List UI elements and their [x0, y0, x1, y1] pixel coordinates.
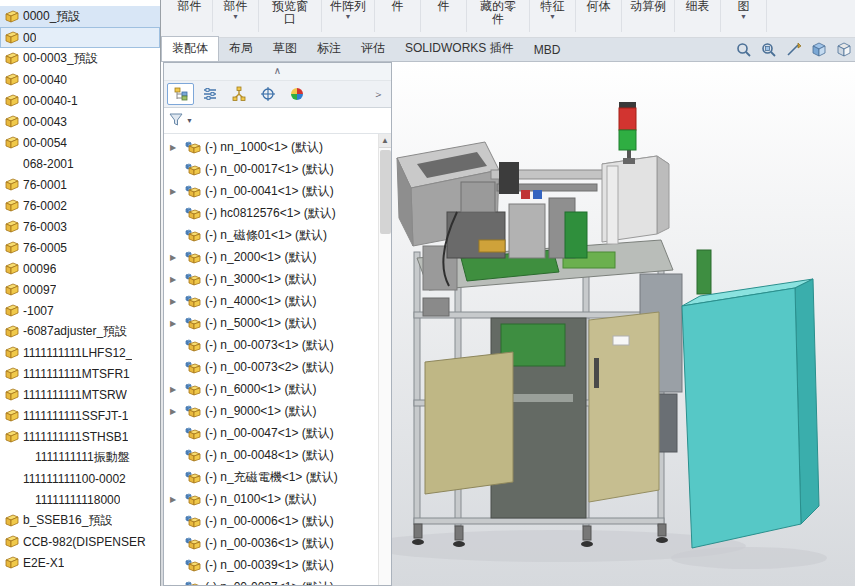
view-orientation-icon[interactable]	[810, 41, 828, 59]
component-tree-item[interactable]: ▶ (-) n_2000<1> (默认)	[164, 246, 391, 268]
tab-featuremanager-tree[interactable]	[167, 83, 194, 105]
component-tree-item[interactable]: ▶ (-) n_3000<1> (默认)	[164, 268, 391, 290]
expand-arrow-icon[interactable]: ▶	[170, 253, 180, 262]
component-tree-item[interactable]: ▶ (-) n_00-0041<1> (默认)	[164, 180, 391, 202]
component-tree-item[interactable]: ▶ (-) hc0812576<1> (默认)	[164, 202, 391, 224]
expand-arrow-icon[interactable]: ▶	[170, 275, 180, 284]
enclosure-box[interactable]	[682, 279, 819, 548]
panel-collapse-button[interactable]: ∧	[164, 63, 391, 81]
ribbon-button[interactable]: 图 ▼	[721, 0, 767, 32]
ribbon-button[interactable]: 藏的零件 ▼	[467, 0, 530, 32]
file-list-item[interactable]: -6087adjuster_預設	[0, 321, 160, 342]
expand-arrow-icon[interactable]: ▶	[170, 143, 180, 152]
component-tree-item[interactable]: ▶ (-) n_5000<1> (默认)	[164, 312, 391, 334]
tree-scrollbar[interactable]: ▲	[378, 134, 391, 585]
file-list-item[interactable]: 00096	[0, 258, 160, 279]
expand-arrow-icon[interactable]: ▶	[170, 495, 180, 504]
ribbon-button[interactable]: 细表 ▼	[675, 0, 721, 32]
component-tree-item[interactable]: ▶ (-) n_00-0017<1> (默认)	[164, 158, 391, 180]
section-view-icon[interactable]	[785, 41, 803, 59]
file-list-item[interactable]: b_SSEB16_預設	[0, 510, 160, 531]
component-tree-item[interactable]: ▶ (-) n_9000<1> (默认)	[164, 400, 391, 422]
ribbon-button[interactable]: 特征 ▼	[530, 0, 576, 32]
file-list-item[interactable]: 76-0002	[0, 195, 160, 216]
component-tree-item[interactable]: ▶ (-) n_磁條01<1> (默认)	[164, 224, 391, 246]
component-tree-item[interactable]: ▶ (-) n_00-0073<2> (默认)	[164, 356, 391, 378]
file-list-item[interactable]: 00097	[0, 279, 160, 300]
file-list-item[interactable]: -1007	[0, 300, 160, 321]
file-list-item[interactable]: 111111111100-0002	[0, 468, 160, 489]
ribbon-button[interactable]: 部件 ▼	[213, 0, 259, 32]
file-list-item[interactable]: 1111111111MTSRW	[0, 384, 160, 405]
command-tab[interactable]: 草图	[263, 37, 307, 61]
component-tree-item[interactable]: ▶ (-) n_4000<1> (默认)	[164, 290, 391, 312]
component-tree-item[interactable]: ▶ (-) n_00-0006<1> (默认)	[164, 510, 391, 532]
expand-arrow-icon[interactable]: ▶	[170, 187, 180, 196]
file-list-item[interactable]: 1111111111SSFJT-1	[0, 405, 160, 426]
file-list-item[interactable]: 76-0003	[0, 216, 160, 237]
filter-caret-icon[interactable]: ▼	[186, 117, 193, 124]
file-list-item[interactable]: 068-2001	[0, 153, 160, 174]
property-sliders-icon	[202, 86, 218, 102]
file-list-item[interactable]: 00	[0, 27, 160, 48]
file-list-item[interactable]: 00-0040	[0, 69, 160, 90]
command-tab[interactable]: 布局	[219, 37, 263, 61]
component-tree-item[interactable]: ▶ (-) n_00-0048<1> (默认)	[164, 444, 391, 466]
expand-arrow-icon[interactable]: ▶	[170, 319, 180, 328]
scrollbar-thumb[interactable]	[380, 150, 391, 234]
command-tab[interactable]: 标注	[307, 37, 351, 61]
panel-expand-arrow[interactable]: ＞	[369, 87, 388, 102]
component-tree-item[interactable]: ▶ (-) n_0100<1> (默认)	[164, 488, 391, 510]
file-list-item[interactable]: 1111111111MTSFR1	[0, 363, 160, 384]
file-list-item[interactable]: 1111111111振動盤	[0, 447, 160, 468]
file-list-item[interactable]: 00-0003_預設	[0, 48, 160, 69]
component-tree-item[interactable]: ▶ (-) n_6000<1> (默认)	[164, 378, 391, 400]
zoom-area-icon[interactable]	[760, 41, 778, 59]
file-list-item[interactable]: 1111111111STHSB1	[0, 426, 160, 447]
file-list-item[interactable]: 76-0001	[0, 174, 160, 195]
file-list-item[interactable]: 00-0054	[0, 132, 160, 153]
file-list-item[interactable]: 00-0043	[0, 111, 160, 132]
expand-arrow-icon[interactable]: ▶	[170, 407, 180, 416]
ribbon-button[interactable]: 件阵列 ▼	[322, 0, 375, 32]
file-list-item[interactable]: 76-0005	[0, 237, 160, 258]
ribbon-button[interactable]: 件 ▼	[421, 0, 467, 32]
part-icon	[4, 115, 19, 128]
tab-configurationmanager[interactable]	[225, 83, 252, 105]
component-tree-item[interactable]: ▶ (-) n_00-0073<1> (默认)	[164, 334, 391, 356]
component-tree-item[interactable]: ▶ (-) n_00-0047<1> (默认)	[164, 422, 391, 444]
file-list-item[interactable]: 00-0040-1	[0, 90, 160, 111]
file-list-item[interactable]: E2E-X1	[0, 552, 160, 573]
file-list-item[interactable]: 1111111111LHFS12_	[0, 342, 160, 363]
ribbon-button[interactable]: 预览窗口 ▼	[259, 0, 322, 32]
tab-displaymanager[interactable]	[283, 83, 310, 105]
expand-arrow-icon[interactable]: ▶	[170, 583, 180, 586]
tab-dimxpertmanager[interactable]	[254, 83, 281, 105]
expand-arrow-icon[interactable]: ▶	[170, 385, 180, 394]
file-list-item[interactable]: 11111111118000	[0, 489, 160, 510]
command-tab[interactable]: SOLIDWORKS 插件	[395, 37, 524, 61]
command-tab[interactable]: MBD	[524, 40, 571, 61]
ribbon-button[interactable]: 件 ▼	[375, 0, 421, 32]
component-tree-item[interactable]: ▶ (-) n_充磁電機<1> (默认)	[164, 466, 391, 488]
command-tab[interactable]: 装配体	[161, 36, 219, 61]
zoom-fit-icon[interactable]	[735, 41, 753, 59]
component-tree-item[interactable]: ▶ (-) nn_1000<1> (默认)	[164, 136, 391, 158]
component-tree-item[interactable]: ▶ (-) n_00-0039<1> (默认)	[164, 554, 391, 576]
component-tree-item[interactable]: ▶ (-) n_00-0037<1> (默认)	[164, 576, 391, 585]
ribbon-button[interactable]: 动算例 ▼	[622, 0, 675, 32]
file-list-item-label: -1007	[23, 304, 54, 318]
file-list-item[interactable]: 0000_預設	[0, 6, 160, 27]
graphics-area[interactable]: ∧	[161, 62, 855, 586]
ribbon-button[interactable]: 何体 ▼	[576, 0, 622, 32]
file-list-item[interactable]: CCB-982(DISPENSER	[0, 531, 160, 552]
component-tree-item[interactable]: ▶ (-) n_00-0036<1> (默认)	[164, 532, 391, 554]
filter-funnel-icon[interactable]	[169, 113, 183, 129]
ribbon-button[interactable]: 部件 ▼	[167, 0, 213, 32]
tab-propertymanager[interactable]	[196, 83, 223, 105]
command-tab[interactable]: 评估	[351, 37, 395, 61]
display-style-icon[interactable]	[835, 41, 853, 59]
scroll-up-button[interactable]: ▲	[379, 134, 391, 148]
tree-filter-field[interactable]	[196, 112, 386, 130]
expand-arrow-icon[interactable]: ▶	[170, 297, 180, 306]
